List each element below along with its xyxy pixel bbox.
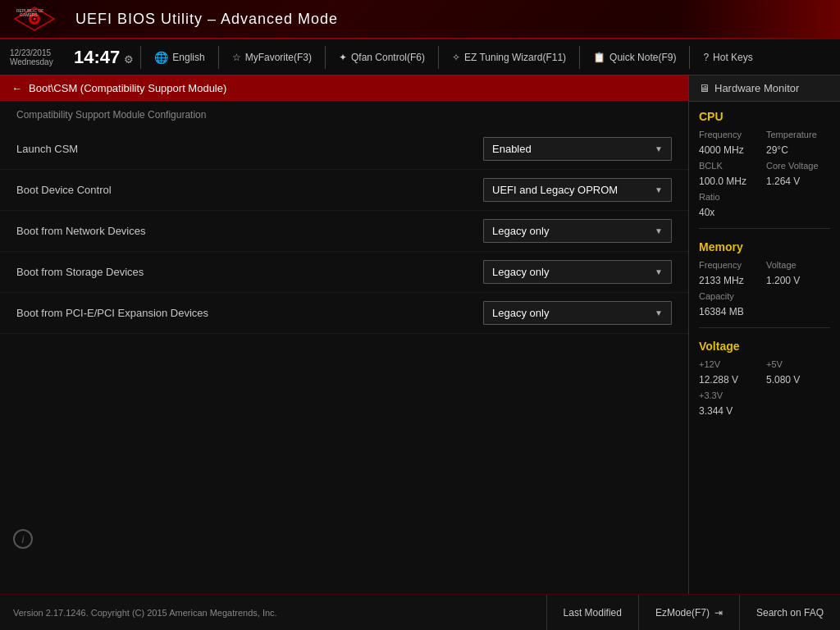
boot-network-label: Boot from Network Devices — [16, 225, 483, 237]
separator-5 — [579, 46, 580, 69]
setting-row-launch-csm: Launch CSM Enabled ▼ — [0, 129, 688, 170]
boot-storage-dropdown[interactable]: Legacy only ▼ — [483, 260, 672, 284]
setting-row-boot-network: Boot from Network Devices Legacy only ▼ — [0, 211, 688, 252]
cpu-core-voltage-label: Core Voltage — [766, 161, 830, 171]
cpu-ratio-spacer — [766, 192, 830, 202]
logo-area: REPUBLIC OF GAMERS — [13, 4, 56, 34]
dropdown-arrow-icon: ▼ — [655, 267, 663, 276]
mem-voltage-label: Voltage — [766, 260, 830, 270]
launch-csm-dropdown[interactable]: Enabled ▼ — [483, 137, 672, 161]
boot-device-control-dropdown[interactable]: UEFI and Legacy OPROM ▼ — [483, 178, 672, 202]
v5-value: 5.080 V — [766, 374, 830, 386]
day-display: Wednesday — [10, 57, 53, 66]
cpu-memory-divider — [699, 228, 830, 229]
mem-capacity-label: Capacity — [699, 291, 763, 301]
qfan-button[interactable]: ✦ Qfan Control(F6) — [332, 48, 431, 66]
launch-csm-value: Enabled — [492, 143, 532, 155]
boot-storage-label: Boot from Storage Devices — [16, 266, 483, 278]
language-selector[interactable]: 🌐 English — [148, 48, 211, 67]
launch-csm-label: Launch CSM — [16, 143, 483, 155]
cpu-frequency-label: Frequency — [699, 130, 763, 139]
v33-spacer — [766, 390, 830, 400]
settings-icon[interactable]: ⚙ — [124, 53, 134, 66]
memory-voltage-divider — [699, 327, 830, 328]
boot-storage-value: Legacy only — [492, 266, 549, 278]
cpu-section-title: CPU — [689, 102, 840, 126]
main-content: ← Boot\CSM (Compatibility Support Module… — [0, 75, 688, 594]
memory-section-title: Memory — [689, 232, 840, 257]
qfan-label: Qfan Control(F6) — [351, 52, 425, 63]
svg-text:GAMERS: GAMERS — [20, 12, 38, 17]
hotkeys-icon: ? — [703, 52, 709, 63]
search-faq-button[interactable]: Search on FAQ — [739, 595, 840, 630]
section-description: Compatibility Support Module Configurati… — [0, 101, 688, 126]
fan-icon: ✦ — [339, 52, 347, 63]
header: REPUBLIC OF GAMERS UEFI BIOS Utility – A… — [0, 0, 840, 39]
last-modified-button[interactable]: Last Modified — [546, 595, 638, 630]
breadcrumb-text: Boot\CSM (Compatibility Support Module) — [29, 82, 226, 94]
clock-area: 14:47 ⚙ — [74, 48, 134, 66]
star-icon: ☆ — [232, 52, 241, 63]
monitor-icon: 🖥 — [699, 82, 710, 94]
date-display: 12/23/2015 — [10, 48, 51, 57]
ez-mode-icon: ⇥ — [714, 607, 723, 619]
dropdown-arrow-icon: ▼ — [655, 185, 663, 194]
v5-label: +5V — [766, 359, 830, 369]
quick-note-button[interactable]: 📋 Quick Note(F9) — [587, 48, 682, 66]
wand-icon: ✧ — [452, 52, 460, 63]
dropdown-arrow-icon: ▼ — [655, 144, 663, 153]
cpu-ratio-label: Ratio — [699, 192, 763, 202]
v12-label: +12V — [699, 359, 763, 369]
back-button[interactable]: ← — [11, 82, 22, 94]
breadcrumb: ← Boot\CSM (Compatibility Support Module… — [0, 75, 688, 101]
note-icon: 📋 — [593, 52, 605, 63]
memory-grid: Frequency Voltage 2133 MHz 1.200 V Capac… — [689, 257, 840, 324]
myfavorite-button[interactable]: ☆ MyFavorite(F3) — [226, 48, 318, 66]
v33-value: 3.344 V — [699, 405, 763, 417]
mem-frequency-value: 2133 MHz — [699, 275, 763, 286]
separator-2 — [218, 46, 219, 69]
globe-icon: 🌐 — [154, 51, 168, 64]
cpu-bclk-label: BCLK — [699, 161, 763, 171]
myfavorite-label: MyFavorite(F3) — [245, 52, 312, 63]
boot-pcie-value: Legacy only — [492, 307, 549, 319]
language-label: English — [172, 52, 204, 63]
hot-keys-button[interactable]: ? Hot Keys — [696, 48, 759, 66]
setting-row-boot-pcie: Boot from PCI-E/PCI Expansion Devices Le… — [0, 293, 688, 334]
boot-device-control-value: UEFI and Legacy OPROM — [492, 184, 618, 196]
ez-mode-label: EzMode(F7) — [655, 607, 710, 619]
datetime-display: 12/23/2015 Wednesday — [10, 48, 67, 66]
v33-label: +3.3V — [699, 390, 763, 400]
separator-3 — [325, 46, 326, 69]
bottom-bar: Version 2.17.1246. Copyright (C) 2015 Am… — [0, 594, 840, 630]
separator-6 — [689, 46, 690, 69]
separator-4 — [438, 46, 439, 69]
mem-frequency-label: Frequency — [699, 260, 763, 270]
boot-pcie-dropdown[interactable]: Legacy only ▼ — [483, 301, 672, 325]
cpu-temperature-label: Temperature — [766, 130, 830, 139]
settings-container: Launch CSM Enabled ▼ Boot Device Control… — [0, 126, 688, 337]
dropdown-arrow-icon: ▼ — [655, 308, 663, 317]
hot-keys-label: Hot Keys — [713, 52, 753, 63]
cpu-frequency-value: 4000 MHz — [699, 144, 763, 156]
bios-title: UEFI BIOS Utility – Advanced Mode — [75, 11, 338, 28]
hardware-monitor-panel: 🖥 Hardware Monitor CPU Frequency Tempera… — [688, 75, 840, 594]
search-faq-label: Search on FAQ — [756, 607, 824, 619]
hardware-monitor-title: 🖥 Hardware Monitor — [689, 75, 840, 102]
quick-note-label: Quick Note(F9) — [609, 52, 676, 63]
clock-display: 14:47 — [74, 48, 120, 66]
v12-value: 12.288 V — [699, 374, 763, 386]
mem-capacity-spacer — [766, 291, 830, 301]
mem-voltage-value: 1.200 V — [766, 275, 830, 286]
ez-tuning-button[interactable]: ✧ EZ Tuning Wizard(F11) — [445, 48, 573, 66]
dropdown-arrow-icon: ▼ — [655, 226, 663, 235]
svg-point-4 — [34, 18, 36, 21]
info-icon[interactable]: i — [13, 529, 33, 549]
ez-mode-button[interactable]: EzMode(F7) ⇥ — [638, 595, 739, 630]
setting-row-boot-device-control: Boot Device Control UEFI and Legacy OPRO… — [0, 170, 688, 211]
boot-network-dropdown[interactable]: Legacy only ▼ — [483, 219, 672, 243]
cpu-ratio-value: 40x — [699, 207, 763, 218]
boot-device-control-label: Boot Device Control — [16, 184, 483, 196]
boot-network-value: Legacy only — [492, 225, 549, 237]
mem-capacity-value: 16384 MB — [699, 306, 763, 317]
